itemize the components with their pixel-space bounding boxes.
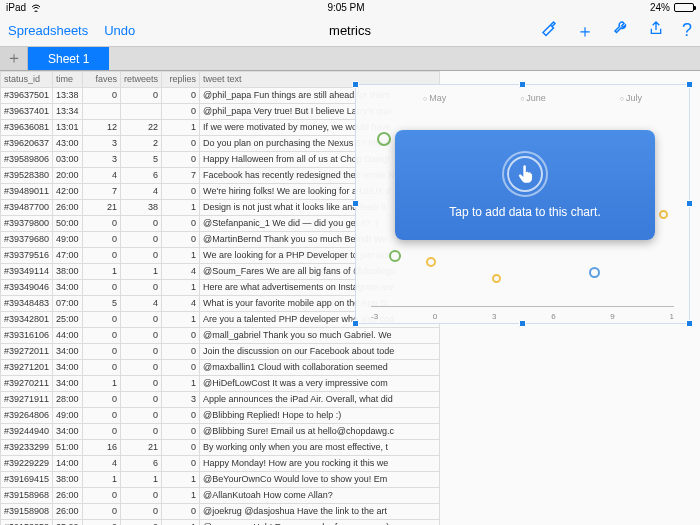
table-row[interactable]: #3915890826:00000@joekrug @dasjoshua Hav… (1, 504, 440, 520)
cell-faves[interactable]: 1 (83, 472, 121, 488)
cell-id[interactable]: #39169415 (1, 472, 53, 488)
table-row[interactable]: #3927021134:00101@HiDefLowCost It was a … (1, 376, 440, 392)
cell-time[interactable]: 47:00 (53, 248, 83, 264)
cell-retweets[interactable]: 0 (121, 232, 162, 248)
cell-retweets[interactable]: 1 (121, 472, 162, 488)
cell-replies[interactable]: 0 (162, 104, 200, 120)
cell-time[interactable]: 14:00 (53, 456, 83, 472)
cell-replies[interactable]: 1 (162, 520, 200, 526)
cell-text[interactable]: @Blibbing Replied! Hope to help :) (200, 408, 440, 424)
cell-id[interactable]: #39158858 (1, 520, 53, 526)
cell-id[interactable]: #39379680 (1, 232, 53, 248)
cell-faves[interactable]: 0 (83, 328, 121, 344)
table-row[interactable]: #3923329951:0016210By working only when … (1, 440, 440, 456)
cell-replies[interactable]: 0 (162, 408, 200, 424)
cell-faves[interactable]: 0 (83, 248, 121, 264)
cell-id[interactable]: #39489011 (1, 184, 53, 200)
table-row[interactable]: #3922922914:00460Happy Monday! How are y… (1, 456, 440, 472)
cell-replies[interactable]: 0 (162, 232, 200, 248)
cell-time[interactable]: 34:00 (53, 360, 83, 376)
cell-time[interactable]: 13:01 (53, 120, 83, 136)
cell-time[interactable]: 13:34 (53, 104, 83, 120)
cell-retweets[interactable]: 4 (121, 296, 162, 312)
cell-replies[interactable]: 1 (162, 120, 200, 136)
cell-time[interactable]: 20:00 (53, 168, 83, 184)
cell-time[interactable]: 38:00 (53, 472, 83, 488)
cell-faves[interactable]: 5 (83, 296, 121, 312)
cell-faves[interactable]: 0 (83, 360, 121, 376)
cell-time[interactable]: 44:00 (53, 328, 83, 344)
cell-retweets[interactable]: 6 (121, 456, 162, 472)
cell-time[interactable]: 26:00 (53, 504, 83, 520)
cell-replies[interactable]: 1 (162, 280, 200, 296)
cell-retweets[interactable] (121, 104, 162, 120)
cell-id[interactable]: #39229229 (1, 456, 53, 472)
cell-faves[interactable]: 0 (83, 280, 121, 296)
cell-faves[interactable]: 21 (83, 200, 121, 216)
cell-faves[interactable]: 4 (83, 168, 121, 184)
cell-replies[interactable]: 1 (162, 312, 200, 328)
cell-retweets[interactable]: 38 (121, 200, 162, 216)
cell-retweets[interactable]: 0 (121, 88, 162, 104)
resize-handle[interactable] (352, 320, 359, 327)
cell-faves[interactable]: 4 (83, 456, 121, 472)
cell-id[interactable]: #39636081 (1, 120, 53, 136)
resize-handle[interactable] (519, 81, 526, 88)
cell-time[interactable]: 43:00 (53, 136, 83, 152)
cell-id[interactable]: #39233299 (1, 440, 53, 456)
cell-retweets[interactable]: 5 (121, 152, 162, 168)
cell-id[interactable]: #39349114 (1, 264, 53, 280)
cell-id[interactable]: #39637401 (1, 104, 53, 120)
col-header-replies[interactable]: replies (162, 72, 200, 88)
cell-time[interactable]: 26:00 (53, 488, 83, 504)
cell-faves[interactable] (83, 104, 121, 120)
cell-text[interactable]: @mall_gabriel Thank you so much Gabriel.… (200, 328, 440, 344)
cell-time[interactable]: 28:00 (53, 392, 83, 408)
cell-retweets[interactable]: 0 (121, 328, 162, 344)
cell-time[interactable]: 25:00 (53, 312, 83, 328)
cell-time[interactable]: 51:00 (53, 440, 83, 456)
cell-faves[interactable]: 0 (83, 88, 121, 104)
resize-handle[interactable] (686, 81, 693, 88)
back-button[interactable]: Spreadsheets (8, 23, 88, 38)
cell-replies[interactable]: 4 (162, 264, 200, 280)
cell-faves[interactable]: 0 (83, 312, 121, 328)
cell-replies[interactable]: 0 (162, 184, 200, 200)
cell-id[interactable]: #39637501 (1, 88, 53, 104)
cell-retweets[interactable]: 2 (121, 136, 162, 152)
cell-replies[interactable]: 1 (162, 376, 200, 392)
cell-text[interactable]: @masnewe Hah! Easy enough of an answer :… (200, 520, 440, 526)
cell-time[interactable]: 34:00 (53, 376, 83, 392)
cell-time[interactable]: 49:00 (53, 232, 83, 248)
resize-handle[interactable] (686, 200, 693, 207)
cell-faves[interactable]: 0 (83, 392, 121, 408)
cell-faves[interactable]: 0 (83, 504, 121, 520)
cell-text[interactable]: @Blibbing Sure! Email us at hello@chopda… (200, 424, 440, 440)
cell-replies[interactable]: 0 (162, 152, 200, 168)
col-header-id[interactable]: status_id (1, 72, 53, 88)
cell-faves[interactable]: 3 (83, 136, 121, 152)
cell-retweets[interactable]: 1 (121, 264, 162, 280)
cell-replies[interactable]: 3 (162, 392, 200, 408)
cell-retweets[interactable]: 0 (121, 216, 162, 232)
table-row[interactable]: #3927120134:00000@maxballin1 Cloud with … (1, 360, 440, 376)
resize-handle[interactable] (352, 81, 359, 88)
cell-time[interactable]: 34:00 (53, 280, 83, 296)
cell-faves[interactable]: 7 (83, 184, 121, 200)
cell-faves[interactable]: 12 (83, 120, 121, 136)
cell-retweets[interactable]: 0 (121, 360, 162, 376)
chart-hint-popover[interactable]: Tap to add data to this chart. (395, 130, 655, 240)
cell-replies[interactable]: 7 (162, 168, 200, 184)
cell-time[interactable]: 07:00 (53, 296, 83, 312)
table-row[interactable]: #3931610644:00000@mall_gabriel Thank you… (1, 328, 440, 344)
cell-retweets[interactable]: 0 (121, 392, 162, 408)
cell-retweets[interactable]: 0 (121, 376, 162, 392)
table-row[interactable]: #3927191128:00003Apple announces the iPa… (1, 392, 440, 408)
cell-id[interactable]: #39158968 (1, 488, 53, 504)
cell-time[interactable]: 13:38 (53, 88, 83, 104)
cell-retweets[interactable]: 0 (121, 312, 162, 328)
cell-replies[interactable]: 1 (162, 488, 200, 504)
undo-button[interactable]: Undo (104, 23, 135, 38)
cell-text[interactable]: Apple announces the iPad Air. Overall, w… (200, 392, 440, 408)
cell-replies[interactable]: 1 (162, 472, 200, 488)
